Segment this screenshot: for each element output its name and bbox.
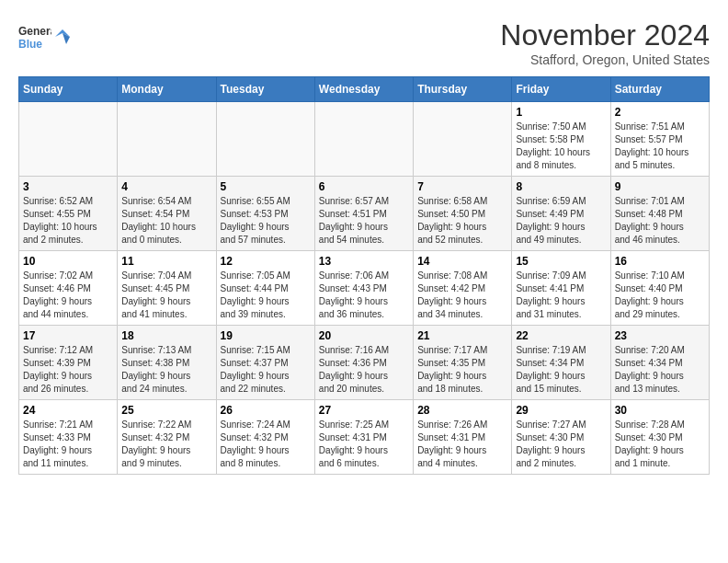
- calendar-cell: 10Sunrise: 7:02 AM Sunset: 4:46 PM Dayli…: [19, 251, 118, 326]
- day-info: Sunrise: 6:57 AM Sunset: 4:51 PM Dayligh…: [319, 195, 409, 247]
- calendar-cell: [314, 102, 413, 177]
- calendar-cell: [216, 102, 314, 177]
- calendar-cell: 15Sunrise: 7:09 AM Sunset: 4:41 PM Dayli…: [512, 251, 610, 326]
- day-number: 26: [221, 404, 311, 417]
- day-info: Sunrise: 7:22 AM Sunset: 4:32 PM Dayligh…: [121, 419, 211, 470]
- calendar-week-1: 1Sunrise: 7:50 AM Sunset: 5:58 PM Daylig…: [19, 102, 710, 177]
- page-header: General Blue November 2024 Stafford, Ore…: [18, 18, 710, 67]
- weekday-header-friday: Friday: [512, 77, 610, 102]
- day-info: Sunrise: 6:58 AM Sunset: 4:50 PM Dayligh…: [417, 195, 507, 247]
- weekday-header-tuesday: Tuesday: [216, 77, 314, 102]
- day-info: Sunrise: 7:06 AM Sunset: 4:43 PM Dayligh…: [319, 270, 409, 321]
- day-info: Sunrise: 7:10 AM Sunset: 4:40 PM Dayligh…: [615, 270, 705, 321]
- calendar-cell: 21Sunrise: 7:17 AM Sunset: 4:35 PM Dayli…: [414, 326, 512, 400]
- day-info: Sunrise: 6:59 AM Sunset: 4:49 PM Dayligh…: [516, 195, 606, 247]
- calendar-cell: 24Sunrise: 7:21 AM Sunset: 4:33 PM Dayli…: [19, 400, 118, 475]
- calendar-cell: 5Sunrise: 6:55 AM Sunset: 4:53 PM Daylig…: [216, 177, 314, 251]
- calendar-cell: 22Sunrise: 7:19 AM Sunset: 4:34 PM Dayli…: [512, 326, 610, 400]
- calendar-week-3: 10Sunrise: 7:02 AM Sunset: 4:46 PM Dayli…: [19, 251, 710, 326]
- calendar-cell: 19Sunrise: 7:15 AM Sunset: 4:37 PM Dayli…: [216, 326, 314, 400]
- day-number: 4: [121, 180, 211, 193]
- day-number: 22: [516, 329, 606, 342]
- day-info: Sunrise: 7:09 AM Sunset: 4:41 PM Dayligh…: [516, 270, 606, 321]
- calendar-cell: 23Sunrise: 7:20 AM Sunset: 4:34 PM Dayli…: [610, 326, 709, 400]
- day-number: 3: [23, 180, 113, 193]
- weekday-header-sunday: Sunday: [19, 77, 118, 102]
- calendar-cell: 13Sunrise: 7:06 AM Sunset: 4:43 PM Dayli…: [314, 251, 413, 326]
- calendar-cell: 26Sunrise: 7:24 AM Sunset: 4:32 PM Dayli…: [216, 400, 314, 475]
- weekday-header-wednesday: Wednesday: [314, 77, 413, 102]
- day-number: 29: [516, 404, 606, 417]
- day-info: Sunrise: 7:28 AM Sunset: 4:30 PM Dayligh…: [615, 419, 705, 470]
- day-info: Sunrise: 7:04 AM Sunset: 4:45 PM Dayligh…: [121, 270, 211, 321]
- day-number: 20: [319, 329, 409, 342]
- calendar-cell: 18Sunrise: 7:13 AM Sunset: 4:38 PM Dayli…: [118, 326, 216, 400]
- day-info: Sunrise: 7:21 AM Sunset: 4:33 PM Dayligh…: [23, 419, 113, 470]
- calendar-cell: 12Sunrise: 7:05 AM Sunset: 4:44 PM Dayli…: [216, 251, 314, 326]
- calendar-cell: [414, 102, 512, 177]
- svg-text:Blue: Blue: [18, 38, 42, 51]
- calendar-cell: 27Sunrise: 7:25 AM Sunset: 4:31 PM Dayli…: [314, 400, 413, 475]
- logo: General Blue: [18, 18, 72, 55]
- day-number: 9: [615, 180, 705, 193]
- day-info: Sunrise: 7:50 AM Sunset: 5:58 PM Dayligh…: [516, 121, 606, 172]
- day-number: 19: [221, 329, 311, 342]
- day-number: 14: [417, 255, 507, 268]
- day-number: 15: [516, 255, 606, 268]
- day-info: Sunrise: 7:19 AM Sunset: 4:34 PM Dayligh…: [516, 344, 606, 396]
- logo-bird-icon: General Blue: [18, 18, 51, 55]
- calendar-cell: 25Sunrise: 7:22 AM Sunset: 4:32 PM Dayli…: [118, 400, 216, 475]
- svg-text:General: General: [18, 25, 51, 38]
- day-number: 30: [615, 404, 705, 417]
- calendar-cell: 29Sunrise: 7:27 AM Sunset: 4:30 PM Dayli…: [512, 400, 610, 475]
- calendar-cell: 3Sunrise: 6:52 AM Sunset: 4:55 PM Daylig…: [19, 177, 118, 251]
- logo-container: General Blue: [18, 18, 72, 55]
- calendar-week-4: 17Sunrise: 7:12 AM Sunset: 4:39 PM Dayli…: [19, 326, 710, 400]
- day-number: 2: [615, 106, 705, 119]
- calendar-cell: 4Sunrise: 6:54 AM Sunset: 4:54 PM Daylig…: [118, 177, 216, 251]
- calendar-cell: [118, 102, 216, 177]
- day-info: Sunrise: 7:16 AM Sunset: 4:36 PM Dayligh…: [319, 344, 409, 396]
- day-info: Sunrise: 7:20 AM Sunset: 4:34 PM Dayligh…: [615, 344, 705, 396]
- day-number: 13: [319, 255, 409, 268]
- day-number: 8: [516, 180, 606, 193]
- day-info: Sunrise: 7:15 AM Sunset: 4:37 PM Dayligh…: [221, 344, 311, 396]
- day-number: 18: [121, 329, 211, 342]
- day-info: Sunrise: 7:01 AM Sunset: 4:48 PM Dayligh…: [615, 195, 705, 247]
- title-section: November 2024 Stafford, Oregon, United S…: [500, 18, 710, 67]
- day-number: 27: [319, 404, 409, 417]
- calendar-cell: [19, 102, 118, 177]
- day-number: 23: [615, 329, 705, 342]
- calendar-cell: 16Sunrise: 7:10 AM Sunset: 4:40 PM Dayli…: [610, 251, 709, 326]
- day-info: Sunrise: 6:52 AM Sunset: 4:55 PM Dayligh…: [23, 195, 113, 247]
- month-title: November 2024: [500, 18, 710, 52]
- day-number: 1: [516, 106, 606, 119]
- location: Stafford, Oregon, United States: [500, 52, 710, 67]
- calendar-cell: 2Sunrise: 7:51 AM Sunset: 5:57 PM Daylig…: [610, 102, 709, 177]
- bird-shape-icon: [53, 28, 72, 46]
- calendar-week-2: 3Sunrise: 6:52 AM Sunset: 4:55 PM Daylig…: [19, 177, 710, 251]
- weekday-header-row: SundayMondayTuesdayWednesdayThursdayFrid…: [19, 77, 710, 102]
- calendar-cell: 9Sunrise: 7:01 AM Sunset: 4:48 PM Daylig…: [610, 177, 709, 251]
- day-number: 21: [417, 329, 507, 342]
- day-number: 7: [417, 180, 507, 193]
- day-number: 16: [615, 255, 705, 268]
- calendar: SundayMondayTuesdayWednesdayThursdayFrid…: [18, 76, 710, 475]
- day-number: 5: [221, 180, 311, 193]
- day-number: 10: [23, 255, 113, 268]
- day-number: 24: [23, 404, 113, 417]
- weekday-header-thursday: Thursday: [414, 77, 512, 102]
- calendar-cell: 14Sunrise: 7:08 AM Sunset: 4:42 PM Dayli…: [414, 251, 512, 326]
- day-number: 6: [319, 180, 409, 193]
- day-info: Sunrise: 7:51 AM Sunset: 5:57 PM Dayligh…: [615, 121, 705, 172]
- day-info: Sunrise: 6:55 AM Sunset: 4:53 PM Dayligh…: [221, 195, 311, 247]
- calendar-week-5: 24Sunrise: 7:21 AM Sunset: 4:33 PM Dayli…: [19, 400, 710, 475]
- day-info: Sunrise: 7:26 AM Sunset: 4:31 PM Dayligh…: [417, 419, 507, 470]
- calendar-cell: 11Sunrise: 7:04 AM Sunset: 4:45 PM Dayli…: [118, 251, 216, 326]
- weekday-header-monday: Monday: [118, 77, 216, 102]
- calendar-cell: 20Sunrise: 7:16 AM Sunset: 4:36 PM Dayli…: [314, 326, 413, 400]
- calendar-cell: 7Sunrise: 6:58 AM Sunset: 4:50 PM Daylig…: [414, 177, 512, 251]
- calendar-cell: 1Sunrise: 7:50 AM Sunset: 5:58 PM Daylig…: [512, 102, 610, 177]
- day-info: Sunrise: 7:24 AM Sunset: 4:32 PM Dayligh…: [221, 419, 311, 470]
- calendar-cell: 17Sunrise: 7:12 AM Sunset: 4:39 PM Dayli…: [19, 326, 118, 400]
